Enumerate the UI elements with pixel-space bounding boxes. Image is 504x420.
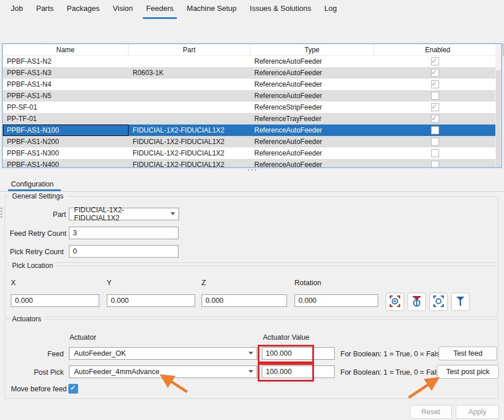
cell-name: PP-TF-01 (3, 113, 129, 125)
table-row[interactable]: PPBF-AS1-N200FIDUCIAL-1X2-FIDUCIAL1X2Ref… (3, 136, 495, 147)
enabled-checkbox[interactable] (431, 80, 439, 88)
y-value: 0.000 (111, 297, 129, 305)
tab-vision[interactable]: Vision (109, 0, 136, 19)
y-label: Y (107, 279, 111, 287)
test-post-pick-button[interactable]: Test post pick (437, 365, 499, 379)
post-pick-actuator-combobox[interactable]: AutoFeeder_4mmAdvance (69, 365, 257, 378)
chevron-down-icon (170, 212, 175, 215)
table-row[interactable]: PPBF-AS1-N100FIDUCIAL-1X2-FIDUCIAL1X2Ref… (3, 125, 495, 136)
enabled-checkbox[interactable] (431, 161, 439, 168)
cell-part: FIDUCIAL-1X2-FIDUCIAL1X2 (129, 136, 250, 147)
table-row[interactable]: PPBF-AS1-N5ReferenceAutoFeeder (3, 90, 495, 102)
move-before-feed-label: Move before feed (11, 385, 67, 393)
reset-button[interactable]: Reset (410, 405, 452, 419)
move-before-feed-checkbox[interactable] (68, 384, 78, 394)
cell-enabled (374, 125, 495, 136)
cell-type: ReferenceTrayFeeder (250, 113, 374, 125)
cell-type: ReferenceAutoFeeder (250, 79, 374, 90)
enabled-checkbox[interactable] (431, 126, 439, 134)
cell-name: PPBF-AS1-N4 (3, 79, 129, 90)
cell-enabled (374, 102, 495, 113)
column-header-name[interactable]: Name (3, 44, 129, 55)
rotation-field[interactable]: 0.000 (294, 294, 378, 307)
enabled-checkbox[interactable] (431, 149, 439, 157)
tab-feeders[interactable]: Feeders (143, 0, 177, 19)
vertical-splitter-handle[interactable] (1, 208, 2, 217)
move-camera-to-location-icon (432, 294, 445, 310)
actuators-group: Actuators Actuator Actuator Value Feed A… (5, 319, 498, 399)
move-nozzle-to-location-button[interactable] (451, 293, 470, 311)
capture-camera-location-button[interactable] (386, 293, 404, 311)
x-label: X (11, 279, 15, 287)
move-nozzle-to-location-icon (453, 294, 467, 310)
cell-enabled (374, 136, 495, 147)
cell-name: PPBF-AS1-N5 (3, 90, 129, 102)
table-row[interactable]: PP-SF-01ReferenceStripFeeder (3, 102, 495, 113)
post-pick-boolean-hint: For Boolean: 1 = True, 0 = False (340, 368, 444, 376)
cell-type: ReferenceAutoFeeder (250, 147, 374, 159)
enabled-checkbox[interactable] (431, 69, 439, 77)
z-field[interactable]: 0.000 (201, 294, 287, 307)
test-feed-button[interactable]: Test feed (439, 347, 497, 360)
enabled-checkbox[interactable] (431, 103, 439, 111)
table-row[interactable]: PPBF-AS1-N300FIDUCIAL-1X2-FIDUCIAL1X2Ref… (3, 147, 495, 159)
cell-name: PPBF-AS1-N3 (3, 67, 129, 79)
table-row[interactable]: PPBF-AS1-N4ReferenceAutoFeeder (3, 79, 495, 90)
feeders-toolbar: Search (0, 19, 504, 42)
y-field[interactable]: 0.000 (107, 294, 195, 307)
post-pick-value: 100.000 (266, 368, 292, 376)
tab-machine-setup[interactable]: Machine Setup (183, 0, 240, 19)
pick-retry-count-field[interactable]: 0 (69, 245, 179, 258)
openpnp-window: JobPartsPackagesVisionFeedersMachine Set… (0, 0, 504, 420)
table-row[interactable]: PP-TF-01ReferenceTrayFeeder (3, 113, 495, 125)
z-label: Z (201, 279, 206, 287)
move-camera-to-location-button[interactable] (429, 293, 448, 311)
cell-part: FIDUCIAL-1X2-FIDUCIAL1X2 (129, 125, 250, 136)
cell-part: FIDUCIAL-1X2-FIDUCIAL1X2 (129, 147, 250, 159)
feed-actuator-combobox[interactable]: AutoFeeder_OK (69, 347, 257, 360)
cell-enabled (374, 147, 495, 159)
part-combobox-value: FIDUCIAL-1X2-FIDUCIAL1X2 (74, 206, 167, 222)
enabled-checkbox[interactable] (431, 92, 439, 100)
capture-camera-location-icon (388, 294, 402, 310)
x-field[interactable]: 0.000 (11, 294, 99, 307)
cell-enabled (374, 79, 495, 90)
feed-retry-count-field[interactable]: 3 (69, 227, 179, 239)
feed-actuator-value-field[interactable]: 100.000 (262, 347, 335, 360)
apply-button[interactable]: Apply (456, 405, 499, 419)
tab-issues-solutions[interactable]: Issues & Solutions (246, 0, 315, 19)
tab-job[interactable]: Job (7, 0, 26, 19)
chevron-down-icon (249, 352, 253, 355)
table-scrollbar-thumb[interactable] (496, 70, 501, 167)
tab-log[interactable]: Log (321, 0, 340, 19)
tab-strip-divider (0, 191, 504, 192)
table-row[interactable]: PPBF-AS1-N3R0603-1KReferenceAutoFeeder (3, 67, 495, 79)
part-label: Part (14, 211, 66, 219)
enabled-checkbox[interactable] (431, 115, 439, 123)
cell-type: ReferenceAutoFeeder (250, 159, 374, 168)
table-row[interactable]: PPBF-AS1-N2ReferenceAutoFeeder (3, 56, 495, 67)
pick-location-group: Pick Location X Y Z Rotation 0.000 0.000… (5, 266, 498, 317)
enabled-checkbox[interactable] (431, 57, 439, 65)
cell-name: PPBF-AS1-N2 (3, 56, 129, 67)
table-row[interactable]: PPBF-AS1-N400FIDUCIAL-1X2-FIDUCIAL1X2Ref… (3, 159, 495, 168)
feeder-table-body: PPBF-AS1-N2ReferenceAutoFeederPPBF-AS1-N… (3, 56, 495, 167)
column-header-type[interactable]: Type (250, 44, 374, 55)
cell-type: ReferenceAutoFeeder (250, 136, 374, 147)
part-combobox[interactable]: FIDUCIAL-1X2-FIDUCIAL1X2 (69, 208, 179, 220)
table-scrollbar[interactable] (495, 44, 501, 167)
cell-part (129, 56, 250, 67)
column-header-enabled[interactable]: Enabled (374, 44, 501, 55)
actuator-column-header: Actuator (69, 333, 96, 341)
actuator-value-column-header: Actuator Value (263, 333, 309, 341)
capture-nozzle-location-button[interactable] (408, 293, 426, 311)
enabled-checkbox[interactable] (431, 138, 439, 146)
tab-parts[interactable]: Parts (33, 0, 57, 19)
feeder-table-header: Name Part Type Enabled (3, 44, 501, 56)
column-header-part[interactable]: Part (129, 44, 250, 55)
post-pick-actuator-value-field[interactable]: 100.000 (262, 365, 335, 378)
cell-type: ReferenceAutoFeeder (250, 90, 374, 102)
tab-packages[interactable]: Packages (63, 0, 103, 19)
horizontal-splitter-handle[interactable] (248, 169, 259, 172)
cell-type: ReferenceAutoFeeder (250, 56, 374, 67)
